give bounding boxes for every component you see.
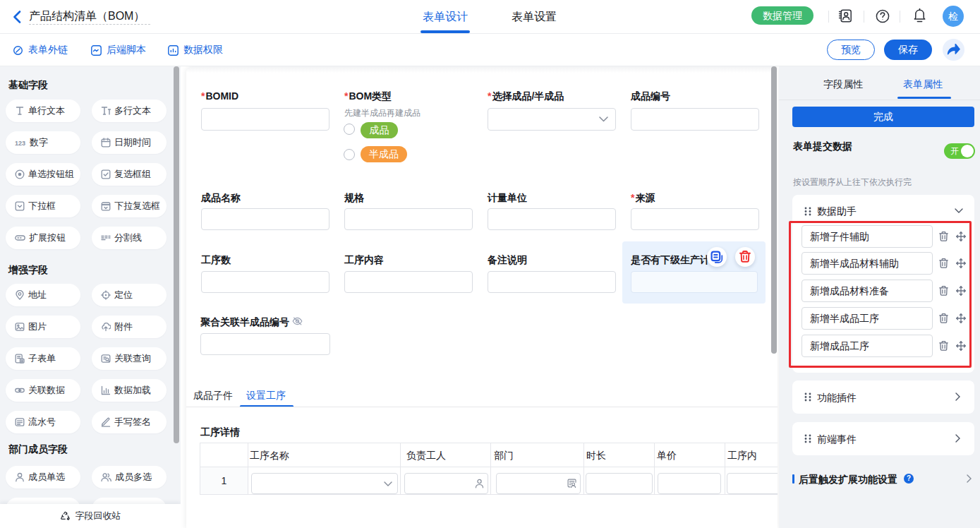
- svg-text:123: 123: [15, 140, 25, 147]
